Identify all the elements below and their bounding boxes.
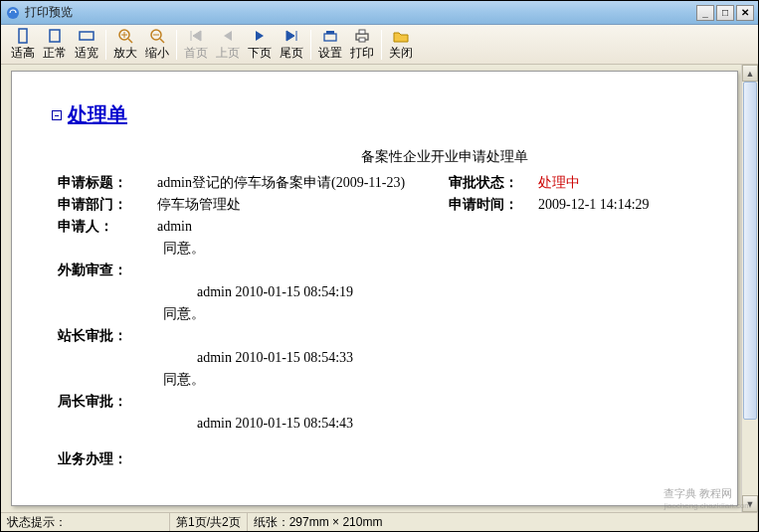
fit-height-button[interactable]: 适高 [7, 26, 39, 64]
approve-state-label: 审批状态： [449, 172, 538, 194]
prev-page-label: 上页 [216, 45, 240, 62]
zoom-in-icon [116, 28, 134, 44]
status-page-info: 第1页/共2页 [170, 513, 248, 532]
toolbar-separator [176, 30, 177, 60]
watermark-text: 查字典 教程网 [664, 487, 732, 499]
toolbar-separator [381, 30, 382, 60]
close-label: 关闭 [389, 45, 413, 62]
window-buttons: _ □ ✕ [696, 5, 754, 21]
field-review-agree: 同意。 [163, 238, 697, 260]
watermark: 查字典 教程网 jiaocheng.chazidian.com [664, 486, 751, 510]
svg-rect-3 [80, 32, 94, 40]
vertical-scrollbar[interactable]: ▲ ▼ [741, 65, 758, 512]
zoom-out-label: 缩小 [145, 45, 169, 62]
page-wide-icon [78, 28, 95, 44]
svg-point-0 [7, 7, 19, 19]
next-page-icon [251, 28, 269, 44]
zoom-in-button[interactable]: 放大 [109, 26, 141, 64]
setup-icon [321, 28, 339, 44]
print-button[interactable]: 打印 [346, 26, 378, 64]
station-approve-label: 站长审批： [58, 325, 157, 347]
last-page-label: 尾页 [280, 45, 303, 62]
zoom-out-icon [148, 28, 166, 44]
applicant-label: 申请人： [58, 216, 157, 238]
titlebar: 打印预览 _ □ ✕ [1, 1, 758, 25]
folder-close-icon [392, 28, 410, 44]
first-page-label: 首页 [184, 45, 208, 62]
station-approve-agree: 同意。 [163, 303, 697, 325]
toolbar: 适高 正常 适宽 放大 缩小 首页 上页 下页 尾页 设置 打印 [1, 25, 758, 65]
collapse-icon[interactable] [52, 110, 62, 120]
setup-label: 设置 [318, 45, 342, 62]
normal-view-label: 正常 [43, 45, 67, 62]
section-title-link[interactable]: 处理单 [68, 101, 127, 128]
fit-width-button[interactable]: 适宽 [71, 26, 102, 64]
svg-line-5 [128, 39, 132, 43]
setup-button[interactable]: 设置 [314, 26, 346, 64]
zoom-in-label: 放大 [113, 45, 137, 62]
next-page-button[interactable]: 下页 [244, 26, 276, 64]
page-icon [46, 28, 64, 44]
next-page-label: 下页 [248, 45, 272, 62]
apply-title-value: admin登记的停车场备案申请(2009-11-23) [157, 172, 449, 194]
svg-rect-15 [359, 38, 365, 42]
toolbar-separator [310, 30, 311, 60]
zoom-out-button[interactable]: 缩小 [141, 26, 173, 64]
scroll-up-arrow-icon[interactable]: ▲ [742, 65, 758, 82]
last-page-icon [283, 28, 300, 44]
first-page-button[interactable]: 首页 [180, 26, 212, 64]
section-header: 处理单 [52, 101, 697, 128]
statusbar: 状态提示： 第1页/共2页 纸张：297mm × 210mm [1, 512, 758, 532]
watermark-url: jiaocheng.chazidian.com [664, 501, 751, 510]
applicant-value: admin [157, 216, 697, 238]
bureau-approve-label: 局长审批： [58, 391, 157, 413]
business-handle-label: 业务办理： [58, 448, 157, 470]
minimize-button[interactable]: _ [696, 5, 714, 21]
prev-page-icon [219, 28, 237, 44]
apply-dept-value: 停车场管理处 [157, 194, 449, 216]
fit-height-label: 适高 [11, 45, 35, 62]
form-fields: 申请标题： admin登记的停车场备案申请(2009-11-23) 审批状态： … [58, 172, 697, 470]
window-title: 打印预览 [25, 4, 696, 21]
bureau-approve-signature: admin 2010-01-15 08:54:43 [197, 413, 697, 435]
printer-icon [353, 28, 371, 44]
approve-state-value: 处理中 [538, 172, 697, 194]
toolbar-separator [105, 30, 106, 60]
apply-time-label: 申请时间： [449, 194, 538, 216]
page-tall-icon [14, 28, 32, 44]
station-approve-signature: admin 2010-01-15 08:54:33 [197, 347, 697, 369]
close-window-button[interactable]: ✕ [736, 5, 754, 21]
apply-time-value: 2009-12-1 14:14:29 [538, 194, 697, 216]
fit-width-label: 适宽 [75, 45, 98, 62]
normal-view-button[interactable]: 正常 [39, 26, 71, 64]
svg-rect-11 [324, 34, 336, 41]
scroll-track[interactable] [742, 82, 758, 495]
bureau-approve-agree: 同意。 [163, 369, 697, 391]
svg-rect-14 [359, 30, 365, 34]
status-hint: 状态提示： [1, 513, 170, 532]
prev-page-button[interactable]: 上页 [212, 26, 244, 64]
apply-title-label: 申请标题： [58, 172, 157, 194]
maximize-button[interactable]: □ [716, 5, 734, 21]
apply-dept-label: 申请部门： [58, 194, 157, 216]
svg-rect-2 [50, 30, 60, 42]
app-icon [5, 5, 21, 21]
preview-area: 处理单 备案性企业开业申请处理单 申请标题： admin登记的停车场备案申请(2… [1, 65, 758, 512]
document-title: 备案性企业开业申请处理单 [191, 148, 697, 166]
status-paper-info: 纸张：297mm × 210mm [248, 513, 758, 532]
first-page-icon [187, 28, 205, 44]
print-label: 打印 [350, 45, 374, 62]
preview-page: 处理单 备案性企业开业申请处理单 申请标题： admin登记的停车场备案申请(2… [11, 71, 738, 506]
close-button[interactable]: 关闭 [385, 26, 417, 64]
svg-rect-1 [19, 29, 27, 43]
scroll-thumb[interactable] [743, 82, 757, 420]
field-review-signature: admin 2010-01-15 08:54:19 [197, 281, 697, 303]
svg-rect-12 [326, 31, 334, 34]
svg-line-9 [160, 39, 164, 43]
field-review-label: 外勤审查： [58, 260, 157, 281]
last-page-button[interactable]: 尾页 [276, 26, 307, 64]
